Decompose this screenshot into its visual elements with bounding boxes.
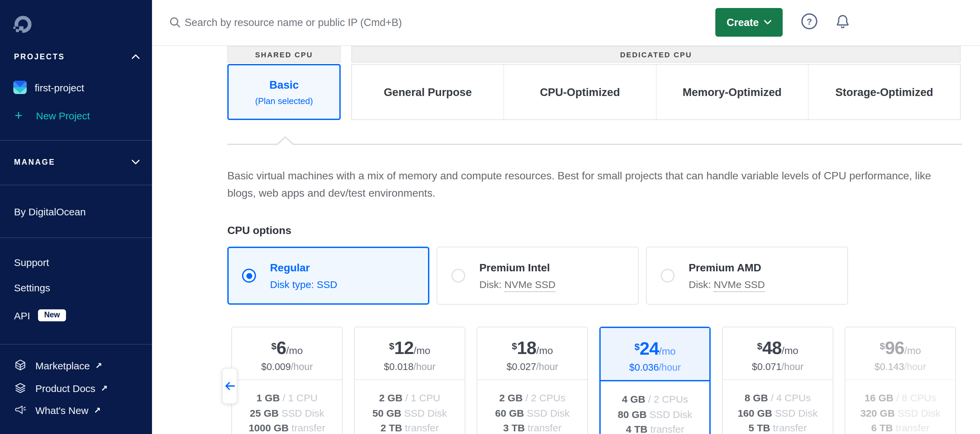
tab-memory-optimized[interactable]: Memory-Optimized xyxy=(655,65,808,119)
sidebar-item-first-project[interactable]: first-project xyxy=(0,80,152,95)
price-card-12[interactable]: $12/mo $0.018/hour 2 GB / 1 CPU 50 GB SS… xyxy=(354,327,465,434)
plus-icon: + xyxy=(15,108,36,123)
help-button[interactable]: ? xyxy=(801,13,817,29)
price-cards-row: $6/mo $0.009/hour 1 GB / 1 CPU 25 GB SSD… xyxy=(231,327,956,434)
per-hour-label: /hour xyxy=(781,361,803,372)
per-month-label: /mo xyxy=(414,344,430,356)
radio-selected-icon[interactable] xyxy=(242,269,256,283)
arrow-left-icon xyxy=(224,382,235,391)
dedicated-cpu-header: DEDICATED CPU xyxy=(352,46,961,63)
option-title: Premium AMD xyxy=(689,262,765,273)
transfer-label: transfer xyxy=(402,422,439,433)
transfer-label: transfer xyxy=(289,422,325,433)
per-month-label: /mo xyxy=(904,344,921,356)
monthly-price: 12 xyxy=(395,338,414,358)
sidebar-item-settings[interactable]: Settings xyxy=(0,280,152,295)
tab-cpu-optimized[interactable]: CPU-Optimized xyxy=(504,65,656,119)
cpu-option-regular[interactable]: Regular Disk type: SSD xyxy=(228,246,430,305)
sidebar-section-manage[interactable]: MANAGE xyxy=(14,156,140,168)
price-header: $24/mo $0.036/hour xyxy=(601,328,710,382)
per-month-label: /mo xyxy=(536,344,553,356)
price-card-6[interactable]: $6/mo $0.009/hour 1 GB / 1 CPU 25 GB SSD… xyxy=(231,327,343,434)
topbar: Create ? xyxy=(152,0,980,46)
per-hour-label: /hour xyxy=(413,361,435,372)
price-card-18[interactable]: $18/mo $0.027/hour 2 GB / 2 CPUs 60 GB S… xyxy=(477,327,588,434)
shared-cpu-header: SHARED CPU xyxy=(228,46,340,63)
projects-header-label: PROJECTS xyxy=(14,52,65,60)
settings-label: Settings xyxy=(14,282,50,293)
tab-general-purpose[interactable]: General Purpose xyxy=(352,65,504,119)
cpu-value: / 4 CPUs xyxy=(768,392,811,403)
ram-value: 2 GB xyxy=(379,392,402,403)
sidebar-item-support[interactable]: Support xyxy=(0,255,152,269)
disk-prefix: Disk: xyxy=(479,278,504,290)
create-button[interactable]: Create xyxy=(715,8,783,37)
search-input[interactable] xyxy=(183,0,599,45)
cpu-option-premium-intel[interactable]: Premium Intel Disk: NVMe SSD xyxy=(437,246,639,305)
disk-label: SSD Disk xyxy=(647,409,692,420)
carousel-left-button[interactable] xyxy=(222,368,237,404)
cpu-options-row: Regular Disk type: SSD Premium Intel Dis… xyxy=(228,246,848,305)
cpu-options-heading: CPU options xyxy=(228,225,291,237)
product-docs-label: Product Docs xyxy=(35,382,95,394)
api-new-badge: New xyxy=(38,310,66,321)
disk-label: SSD Disk xyxy=(772,407,818,418)
sidebar-item-by-digitalocean[interactable]: By DigitalOcean xyxy=(0,204,152,219)
ram-value: 2 GB xyxy=(500,392,523,403)
hourly-price: $0.036 xyxy=(629,362,659,372)
sidebar-item-whats-new[interactable]: What's New ↗ xyxy=(0,404,152,416)
radio-unselected-icon[interactable] xyxy=(451,269,465,283)
price-specs: 1 GB / 1 CPU 25 GB SSD Disk 1000 GB tran… xyxy=(232,380,342,434)
currency-sign: $ xyxy=(634,341,640,352)
per-hour-label: /hour xyxy=(904,361,926,372)
digitalocean-logo-icon xyxy=(13,14,33,35)
transfer-label: transfer xyxy=(892,422,929,433)
tab-storage-optimized[interactable]: Storage-Optimized xyxy=(808,65,960,119)
price-specs: 8 GB / 4 CPUs 160 GB SSD Disk 5 TB trans… xyxy=(723,380,833,434)
monthly-price: 6 xyxy=(276,338,286,358)
transfer-value: 2 TB xyxy=(380,422,402,433)
currency-sign: $ xyxy=(512,340,517,351)
plan-selection-panel: SHARED CPU Basic (Plan selected) DEDICAT… xyxy=(152,45,980,434)
transfer-value: 1000 GB xyxy=(249,422,289,433)
per-hour-label: /hour xyxy=(291,361,313,372)
external-link-icon: ↗ xyxy=(94,405,101,415)
sidebar-item-new-project[interactable]: + New Project xyxy=(0,108,152,122)
currency-sign: $ xyxy=(389,340,395,351)
sidebar-divider xyxy=(0,237,152,238)
per-month-label: /mo xyxy=(782,344,798,356)
sidebar-section-projects[interactable]: PROJECTS xyxy=(14,51,140,63)
app-window: PROJECTS first-project + New Project xyxy=(0,0,980,434)
disk-value: 50 GB xyxy=(372,407,401,418)
hourly-price: $0.018 xyxy=(384,361,414,372)
sidebar-item-marketplace[interactable]: Marketplace ↗ xyxy=(0,359,152,371)
option-disk-type: Disk type: SSD xyxy=(270,278,337,290)
support-label: Support xyxy=(14,256,49,268)
transfer-value: 6 TB xyxy=(871,422,892,433)
disk-value-tooltip-term[interactable]: NVMe SSD xyxy=(504,278,555,292)
dedicated-tabs: General Purpose CPU-Optimized Memory-Opt… xyxy=(352,64,961,120)
by-digitalocean-label: By DigitalOcean xyxy=(14,206,86,217)
sidebar-item-api[interactable]: API New xyxy=(0,308,152,323)
disk-value-tooltip-term[interactable]: NVMe SSD xyxy=(714,278,765,292)
digitalocean-logo[interactable] xyxy=(13,14,33,35)
sidebar-item-product-docs[interactable]: Product Docs ↗ xyxy=(0,382,152,394)
disk-label: SSD Disk xyxy=(524,407,570,418)
price-card-48[interactable]: $48/mo $0.071/hour 8 GB / 4 CPUs 160 GB … xyxy=(722,327,833,434)
radio-unselected-icon[interactable] xyxy=(661,269,675,283)
price-specs: 16 GB / 8 CPUs 320 GB SSD Disk 6 TB tran… xyxy=(845,380,955,434)
cpu-value: / 1 CPU xyxy=(280,392,317,403)
per-month-label: /mo xyxy=(659,345,676,356)
price-card-96[interactable]: $96/mo $0.143/hour 16 GB / 8 CPUs 320 GB… xyxy=(845,327,956,434)
hourly-price: $0.143 xyxy=(875,361,904,372)
hourly-price: $0.009 xyxy=(261,361,291,372)
price-specs: 4 GB / 2 CPUs 80 GB SSD Disk 4 TB transf… xyxy=(601,382,710,434)
tab-basic-selected[interactable]: Basic (Plan selected) xyxy=(228,64,340,120)
notifications-bell-button[interactable] xyxy=(834,13,851,31)
disk-label: SSD Disk xyxy=(278,407,325,418)
hourly-price: $0.027 xyxy=(507,361,536,372)
cpu-option-premium-amd[interactable]: Premium AMD Disk: NVMe SSD xyxy=(646,246,848,305)
bell-icon xyxy=(834,13,851,31)
manage-header-label: MANAGE xyxy=(14,158,55,166)
price-card-24-selected[interactable]: $24/mo $0.036/hour 4 GB / 2 CPUs 80 GB S… xyxy=(599,327,711,434)
